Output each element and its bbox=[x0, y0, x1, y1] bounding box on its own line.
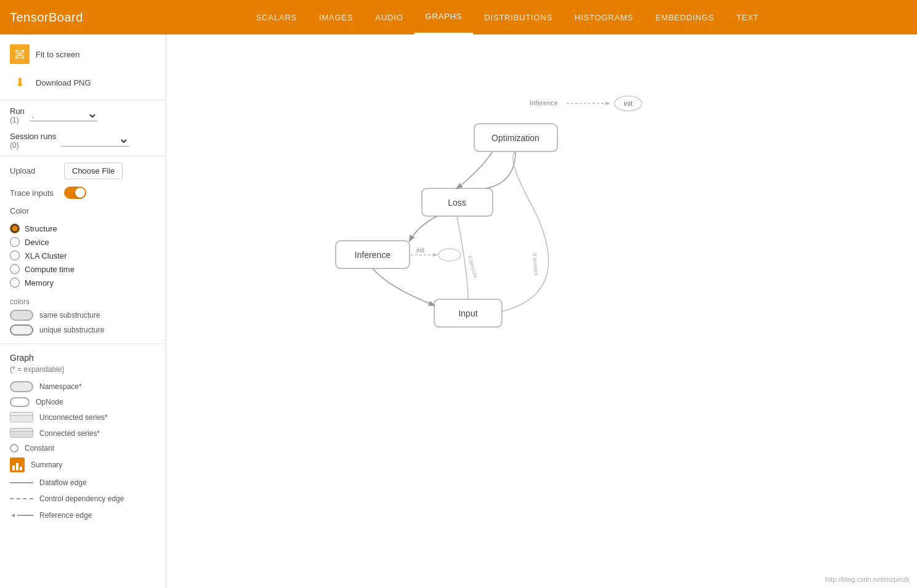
session-runs-count: (0) bbox=[10, 141, 56, 150]
legend-reference-shape: ◄ bbox=[10, 512, 33, 518]
legend-item-control: Control dependency edge bbox=[10, 491, 156, 507]
color-option-device[interactable]: Device bbox=[10, 235, 156, 249]
color-option-label-3: Compute time bbox=[25, 265, 75, 274]
nav-link-audio[interactable]: AUDIO bbox=[364, 0, 414, 34]
nav-links: SCALARSIMAGESAUDIOGRAPHSDISTRIBUTIONSHIS… bbox=[108, 0, 907, 34]
color-radio-3[interactable] bbox=[10, 264, 20, 274]
legend-namespace-shape bbox=[10, 381, 33, 392]
graph-legend-items: Namespace*OpNodeUnconnected series*Conne… bbox=[10, 379, 156, 523]
color-option-label-4: Memory bbox=[25, 278, 54, 288]
svg-rect-3 bbox=[23, 50, 24, 53]
nav-link-graphs[interactable]: GRAPHS bbox=[414, 0, 474, 34]
svg-rect-5 bbox=[15, 55, 17, 58]
fit-to-screen-label: Fit to screen bbox=[36, 50, 80, 59]
unique-substructure-row: unique substructure bbox=[0, 323, 166, 337]
color-radio-1[interactable] bbox=[10, 237, 20, 247]
color-label: Color bbox=[10, 206, 59, 215]
fit-to-screen-button[interactable]: Fit to screen bbox=[10, 42, 156, 66]
legend-constant-shape bbox=[10, 444, 18, 453]
nav-link-images[interactable]: IMAGES bbox=[308, 0, 364, 34]
nav-link-distributions[interactable]: DISTRIBUTIONS bbox=[473, 0, 564, 34]
legend-label-opnode: OpNode bbox=[36, 398, 63, 406]
graph-svg[interactable]: Inference init Optimization Loss Inferen… bbox=[166, 34, 917, 588]
brand-logo: TensorBoard bbox=[10, 10, 83, 25]
color-radio-4[interactable] bbox=[10, 278, 20, 288]
svg-rect-8 bbox=[17, 52, 22, 57]
legend-summary-shape bbox=[10, 457, 25, 472]
download-png-label: Download PNG bbox=[36, 78, 91, 87]
legend-item-opnode: OpNode bbox=[10, 395, 156, 409]
opt-to-loss-edge2 bbox=[487, 151, 515, 188]
color-option-structure[interactable]: Structure bbox=[10, 222, 156, 235]
graph-legend-section: Graph (* = expandable) Namespace*OpNodeU… bbox=[0, 347, 166, 530]
color-option-label-1: Device bbox=[25, 238, 49, 247]
inf-to-input-edge bbox=[373, 268, 434, 305]
nav-link-histograms[interactable]: HISTOGRAMS bbox=[564, 0, 644, 34]
legend-dataflow-shape bbox=[10, 482, 33, 483]
input-label: Input bbox=[458, 308, 477, 318]
session-runs-label: Session runs bbox=[10, 132, 56, 141]
legend-unconnected-shape bbox=[10, 412, 33, 423]
nav-link-scalars[interactable]: SCALARS bbox=[245, 0, 308, 34]
optimization-label: Optimization bbox=[491, 133, 539, 143]
init-mid-label: init bbox=[416, 247, 424, 254]
loss-to-inf-edge bbox=[410, 216, 437, 241]
color-option-label-0: Structure bbox=[25, 224, 57, 233]
color-option-compute-time[interactable]: Compute time bbox=[10, 262, 156, 276]
run-count: (1) bbox=[10, 116, 25, 124]
same-substructure-pill bbox=[10, 310, 33, 321]
trace-inputs-row: Trace inputs bbox=[0, 183, 166, 203]
colors-label: colors bbox=[10, 297, 30, 306]
tensor-label-1: 9 tensors bbox=[531, 252, 539, 276]
legend-item-connected: Connected series* bbox=[10, 425, 156, 441]
color-radio-2[interactable] bbox=[10, 251, 20, 260]
inference-label: Inference bbox=[355, 250, 391, 260]
legend-item-dataflow: Dataflow edge bbox=[10, 475, 156, 491]
legend-label-constant: Constant bbox=[25, 444, 54, 453]
graph-legend-title: Graph bbox=[10, 353, 156, 363]
legend-item-constant: Constant bbox=[10, 441, 156, 455]
nav-link-text[interactable]: TEXT bbox=[725, 0, 770, 34]
color-option-label-2: XLA Cluster bbox=[25, 251, 67, 260]
legend-item-summary: Summary bbox=[10, 455, 156, 475]
fit-to-screen-icon bbox=[10, 44, 30, 64]
trace-inputs-label: Trace inputs bbox=[10, 188, 59, 198]
colors-row: colors bbox=[0, 296, 166, 308]
choose-file-button[interactable]: Choose File bbox=[64, 163, 123, 179]
init-top-label: init bbox=[624, 100, 632, 107]
main-layout: Fit to screen ⬇ Download PNG Run (1) . S… bbox=[0, 34, 917, 588]
session-runs-row: Session runs (0) bbox=[0, 128, 166, 153]
same-substructure-label: same substructure bbox=[39, 311, 100, 320]
legend-label-control: Control dependency edge bbox=[39, 494, 124, 503]
unique-substructure-pill bbox=[10, 324, 33, 336]
graph-legend-subtitle: (* = expandable) bbox=[10, 365, 156, 374]
graph-area: Inference init Optimization Loss Inferen… bbox=[166, 34, 917, 588]
color-option-memory[interactable]: Memory bbox=[10, 276, 156, 289]
svg-rect-1 bbox=[15, 50, 17, 53]
color-row: Color bbox=[0, 203, 166, 219]
legend-item-unconnected: Unconnected series* bbox=[10, 409, 156, 425]
color-radio-0[interactable] bbox=[10, 224, 20, 233]
legend-label-dataflow: Dataflow edge bbox=[39, 478, 87, 487]
unique-substructure-label: unique substructure bbox=[39, 326, 104, 334]
loss-label: Loss bbox=[448, 198, 466, 207]
tensor-label-2: 6 tensors bbox=[467, 255, 479, 279]
session-runs-select[interactable] bbox=[61, 135, 129, 147]
legend-label-connected: Connected series* bbox=[39, 429, 100, 438]
legend-opnode-shape bbox=[10, 397, 30, 407]
download-png-button[interactable]: ⬇ Download PNG bbox=[10, 70, 156, 95]
nav-link-embeddings[interactable]: EMBEDDINGS bbox=[644, 0, 725, 34]
run-select[interactable]: . bbox=[30, 110, 97, 121]
upload-row: Upload Choose File bbox=[0, 159, 166, 183]
svg-rect-7 bbox=[23, 55, 24, 58]
same-substructure-row: same substructure bbox=[0, 308, 166, 323]
download-icon: ⬇ bbox=[10, 73, 30, 92]
legend-label-namespace: Namespace* bbox=[39, 382, 82, 391]
run-row: Run (1) . bbox=[0, 103, 166, 128]
upload-label: Upload bbox=[10, 166, 59, 175]
legend-label-unconnected: Unconnected series* bbox=[39, 413, 108, 422]
legend-control-shape bbox=[10, 498, 33, 499]
top-navigation: TensorBoard SCALARSIMAGESAUDIOGRAPHSDIST… bbox=[0, 0, 917, 34]
trace-inputs-toggle[interactable] bbox=[64, 187, 86, 199]
color-option-xla-cluster[interactable]: XLA Cluster bbox=[10, 249, 156, 262]
